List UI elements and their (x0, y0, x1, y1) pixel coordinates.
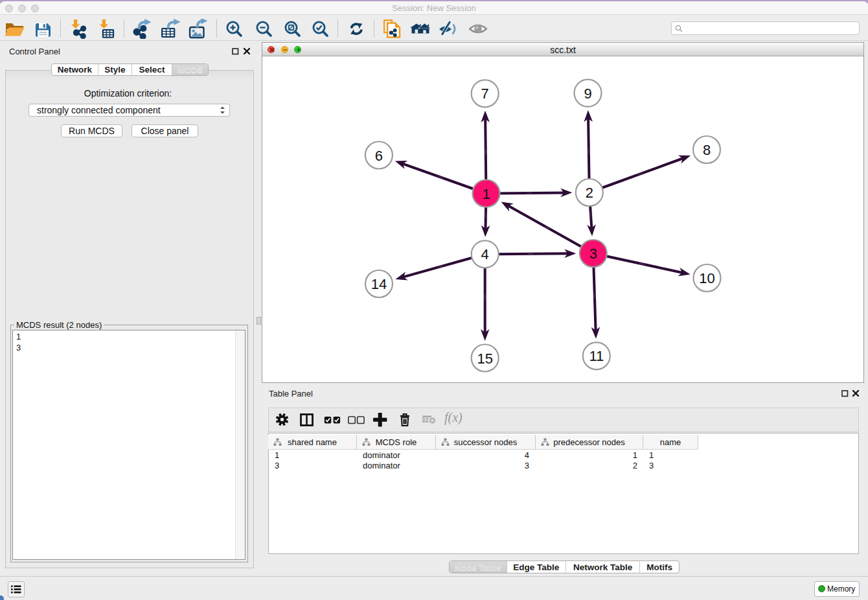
svg-text:10: 10 (699, 270, 714, 286)
svg-text:15: 15 (477, 351, 492, 367)
svg-text:14: 14 (371, 276, 387, 292)
svg-text:1: 1 (482, 186, 490, 202)
svg-text:2: 2 (586, 185, 593, 201)
svg-text:9: 9 (584, 86, 591, 102)
svg-text:7: 7 (481, 86, 489, 102)
svg-text:11: 11 (589, 348, 604, 364)
svg-text:6: 6 (375, 148, 383, 164)
svg-text:8: 8 (703, 142, 711, 158)
svg-text:3: 3 (589, 246, 597, 262)
svg-text:4: 4 (481, 246, 489, 262)
